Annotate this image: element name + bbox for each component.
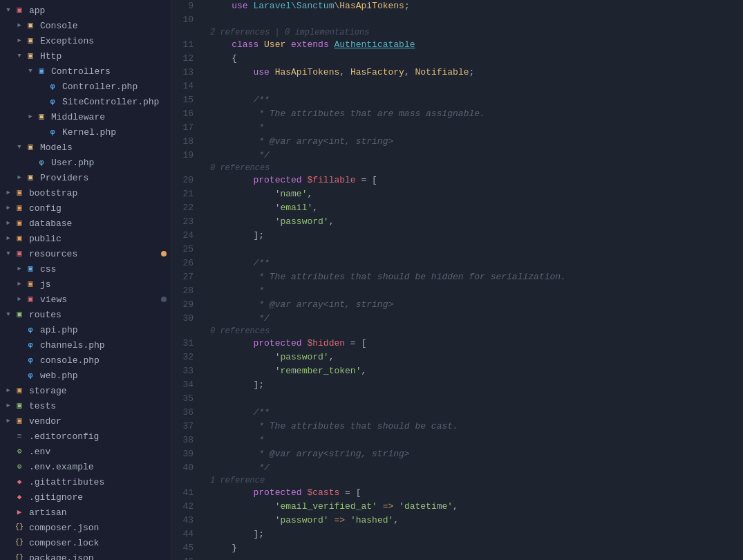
sidebar-item-editorconfig[interactable]: ≡.editorconfig [0, 429, 171, 444]
code-line: 13 use HasApiTokens, HasFactory, Notifia… [171, 66, 743, 80]
folder-icon: ▣ [25, 50, 36, 62]
sidebar-item-env-example[interactable]: ⚙.env.example [0, 459, 171, 474]
file-icon: {} [14, 522, 25, 533]
sidebar-item-user-php[interactable]: φUser.php [0, 155, 171, 170]
sidebar-item-label: Controllers [51, 66, 111, 77]
sidebar-item-composer-lock[interactable]: {}composer.lock [0, 535, 171, 550]
sidebar-item-resources[interactable]: ▼▣resources [0, 246, 171, 261]
chevron-icon: ► [14, 281, 25, 288]
line-code: */ [205, 312, 743, 326]
file-icon: φ [47, 127, 58, 138]
line-num: 19 [171, 149, 205, 163]
chevron-icon: ► [3, 189, 14, 196]
sidebar-item-sitecontroller-php[interactable]: φSiteController.php [0, 94, 171, 109]
sidebar-item-web-php[interactable]: φweb.php [0, 368, 171, 383]
sidebar-item-routes[interactable]: ▼▣routes [0, 307, 171, 322]
sidebar-item-artisan[interactable]: ▶artisan [0, 505, 171, 520]
folder-icon: ▣ [25, 279, 36, 290]
sidebar-item-console[interactable]: ►▣Console [0, 18, 171, 33]
sidebar-item-label: composer.json [29, 523, 99, 533]
chevron-icon: ▼ [14, 144, 25, 151]
line-num: 10 [171, 14, 205, 28]
line-num: 22 [171, 202, 205, 216]
line-num: 15 [171, 94, 205, 108]
chevron-icon: ► [3, 235, 14, 242]
line-num: 16 [171, 108, 205, 122]
sidebar-item-app[interactable]: ▼▣app [0, 3, 171, 18]
sidebar-item-views[interactable]: ►▣views [0, 292, 171, 307]
line-code: * The attributes that should be cast. [205, 420, 743, 434]
line-num: 35 [171, 393, 205, 407]
code-table: 9 use Laravel\Sanctum\HasApiTokens; 10 2… [171, 0, 743, 560]
line-num: 36 [171, 407, 205, 420]
file-icon: φ [25, 324, 36, 335]
sidebar-item-kernel-php[interactable]: φKernel.php [0, 124, 171, 140]
sidebar-item-database[interactable]: ►▣database [0, 216, 171, 231]
sidebar-item-label: config [29, 203, 62, 214]
line-code [205, 243, 743, 257]
file-icon: φ [36, 157, 47, 168]
sidebar-item-controller-php[interactable]: φController.php [0, 79, 171, 94]
line-code: use HasApiTokens, HasFactory, Notifiable… [205, 66, 743, 80]
code-line: 23 'password', [171, 216, 743, 230]
sidebar-item-tests[interactable]: ►▣tests [0, 398, 171, 413]
sidebar-item-label: public [29, 234, 62, 244]
code-editor: 9 use Laravel\Sanctum\HasApiTokens; 10 2… [171, 0, 743, 560]
folder-icon: ▣ [25, 35, 36, 46]
sidebar-item-public[interactable]: ►▣public [0, 231, 171, 246]
line-code: use Laravel\Sanctum\HasApiTokens; [205, 0, 743, 14]
sidebar-item-label: Kernel.php [62, 127, 116, 138]
line-num: 18 [171, 136, 205, 149]
sidebar-item-http[interactable]: ▼▣Http [0, 48, 171, 64]
code-line: 24 ]; [171, 230, 743, 243]
sidebar-item-channels-php[interactable]: φchannels.php [0, 337, 171, 353]
sidebar-item-label: User.php [51, 158, 94, 168]
code-line: 12 { [171, 53, 743, 66]
sidebar-item-label: tests [29, 401, 56, 411]
sidebar-item-gitignore[interactable]: ◆.gitignore [0, 489, 171, 505]
sidebar-item-css[interactable]: ►▣css [0, 261, 171, 277]
sidebar-item-label: artisan [29, 507, 67, 518]
sidebar-item-providers[interactable]: ►▣Providers [0, 170, 171, 185]
folder-icon: ▣ [14, 187, 25, 198]
sidebar-item-config[interactable]: ►▣config [0, 200, 171, 216]
sidebar-item-gitattributes[interactable]: ◆.gitattributes [0, 474, 171, 489]
code-line: 31 protected $hidden = [ [171, 337, 743, 351]
line-num: 25 [171, 243, 205, 257]
sidebar-item-models[interactable]: ▼▣Models [0, 140, 171, 155]
sidebar-item-controllers[interactable]: ▼▣Controllers [0, 64, 171, 79]
sidebar-item-js[interactable]: ►▣js [0, 277, 171, 292]
line-num: 45 [171, 542, 205, 556]
sidebar-item-middleware[interactable]: ►▣Middleware [0, 109, 171, 124]
sidebar-item-api-php[interactable]: φapi.php [0, 322, 171, 337]
code-line: 22 'email', [171, 202, 743, 216]
code-line: 36 /** [171, 407, 743, 420]
chevron-icon: ► [14, 22, 25, 29]
sidebar-item-bootstrap[interactable]: ►▣bootstrap [0, 185, 171, 200]
sidebar-item-label: SiteController.php [62, 97, 159, 107]
sidebar-item-env[interactable]: ⚙.env [0, 444, 171, 459]
code-line: 9 use Laravel\Sanctum\HasApiTokens; [171, 0, 743, 14]
chevron-icon: ► [3, 418, 14, 424]
line-code: * [205, 285, 743, 299]
sidebar-item-package-json[interactable]: {}package.json [0, 550, 171, 560]
chevron-icon: ▼ [14, 53, 25, 59]
line-num: 13 [171, 66, 205, 80]
line-num: 33 [171, 365, 205, 379]
line-num [171, 163, 205, 174]
sidebar-item-label: composer.lock [29, 538, 99, 548]
code-line: 15 /** [171, 94, 743, 108]
file-icon: φ [25, 339, 36, 351]
annotation-row: 2 references | 0 implementations [171, 28, 743, 39]
badge-dot-gray [161, 297, 167, 302]
line-num: 9 [171, 0, 205, 14]
sidebar-item-label: channels.php [40, 340, 105, 351]
line-code: /** [205, 94, 743, 108]
sidebar-item-composer-json[interactable]: {}composer.json [0, 520, 171, 535]
sidebar-item-storage[interactable]: ►▣storage [0, 383, 171, 398]
code-line: 44 ]; [171, 528, 743, 542]
sidebar-item-console-php[interactable]: φconsole.php [0, 353, 171, 368]
sidebar-item-exceptions[interactable]: ►▣Exceptions [0, 33, 171, 48]
sidebar-item-label: .editorconfig [29, 431, 99, 442]
sidebar-item-vendor[interactable]: ►▣vendor [0, 413, 171, 429]
